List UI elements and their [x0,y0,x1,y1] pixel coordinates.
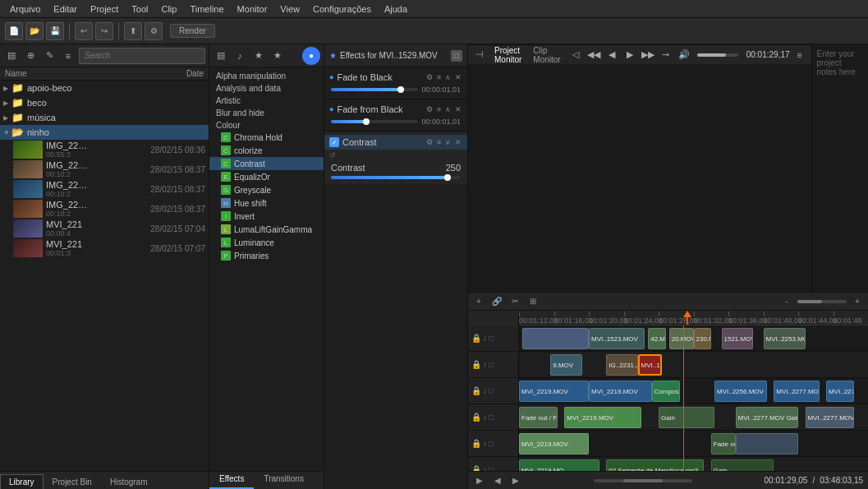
folder-ninho[interactable]: ▼ 📂 ninho [0,125,209,140]
tab-library[interactable]: Library [0,474,44,489]
effect-settings-btn[interactable]: ⚙ [425,104,434,114]
clip[interactable]: 9.MOV [550,354,581,376]
visible-icon[interactable]: □ [489,413,494,422]
undo-button[interactable]: ↩ [75,22,93,40]
menu-view[interactable]: View [273,2,306,16]
tab-transitions[interactable]: Transitions [254,472,314,489]
effect-chroma-hold[interactable]: C Chroma Hold [209,131,324,144]
contrast-enabled[interactable]: ✓ [329,137,339,147]
tab-clip-monitor[interactable]: Clip Monitor [528,44,565,66]
tl-group[interactable]: ⊞ [526,294,540,309]
clip[interactable]: MVI_2219.MOV [519,381,589,402]
fade-from-black-header[interactable]: ● Fade from Black ⚙ ≡ ∧ ✕ [324,103,467,116]
file-img3[interactable]: IMG_22… 00:10:2 28/02/15 08:37 [10,179,209,199]
category-colour[interactable]: Colour [209,118,324,131]
menu-configuracoes[interactable]: Configurações [306,2,378,16]
clip[interactable]: MVI..2253.MOV [764,328,806,349]
clip[interactable]: 20.MOV [669,328,694,349]
clip[interactable]: IG..2231.JPG [606,354,637,376]
tab-effects[interactable]: Effects [209,472,254,489]
pc-back[interactable]: ◀ [604,47,620,63]
lock-icon[interactable]: 🔒 [471,413,481,422]
contrast-header[interactable]: ✓ Contrast ⚙ ≡ ∨ ✕ [324,135,467,150]
effect-expand-btn[interactable]: ∧ [444,72,452,82]
visible-icon[interactable]: □ [489,360,494,369]
tl-zoom-out[interactable]: - [779,294,794,309]
menu-project[interactable]: Project [84,2,125,16]
audio-icon[interactable]: ♪ [483,439,487,448]
pc-zoom-out[interactable]: ◁ [567,47,584,63]
tab-histogram[interactable]: Histogram [101,474,157,489]
clip[interactable]: MVI..1523.MOV [589,328,645,349]
contrast-slider-handle[interactable] [444,174,451,181]
tl-zoom-in[interactable]: + [850,294,865,309]
contrast-settings-btn[interactable]: ⚙ [425,137,434,147]
audio-icon[interactable]: ♪ [483,360,487,369]
status-back-btn[interactable]: ◀ [491,475,504,486]
file-img2[interactable]: IMG_22… 00:10:2 28/02/15 08:37 [10,159,209,179]
tab-project-monitor[interactable]: Project Monitor [489,44,526,66]
clip[interactable]: MVI..2277.MOV [774,381,819,402]
tl-zoom-slider[interactable] [797,300,847,303]
folder-musica[interactable]: ▶ 📁 música [0,110,209,125]
save-button[interactable]: 💾 [46,22,64,40]
effect-menu-btn[interactable]: ≡ [436,104,442,114]
clip[interactable]: MVI..2277.MOV [806,407,855,428]
effect-slider[interactable] [331,120,418,123]
search-input[interactable] [79,48,205,64]
visible-icon[interactable]: □ [489,439,494,448]
pc-volume[interactable]: 🔊 [676,47,692,63]
clip[interactable]: 42.MOV [648,328,665,349]
contrast-menu-btn[interactable]: ≡ [436,137,442,147]
clip[interactable]: Gain [659,407,714,428]
folder-apoio-beco[interactable]: ▶ 📁 apoio-beco [0,81,209,95]
clip[interactable]: Fade out [711,433,736,454]
track-row-3[interactable]: Fade out / Fade in MVI_2219.MOV Gain MVI… [519,404,868,431]
visible-icon[interactable]: □ [489,386,494,395]
clip[interactable]: 230.MOV [694,328,711,349]
effect-greyscale[interactable]: G Greyscale [209,183,324,196]
effects-audio-btn[interactable]: ♪ [232,48,248,64]
clip[interactable]: 02 Semente de Mandioca.mp3 [606,459,704,471]
clip[interactable]: MVI_2219.MOV [519,433,589,454]
effect-colorize[interactable]: C colorize [209,144,324,157]
clip[interactable]: MVI_2219.MOV [564,407,641,428]
file-img1[interactable]: IMG_22… 00:55:3 28/02/15 08:36 [10,140,209,159]
track-row-1[interactable]: 9.MOV IG..2231.JPG MVI..1529.MOV [519,352,868,378]
playhead-arrow[interactable] [683,311,691,325]
effects-filter-btn[interactable]: ★ [250,48,267,64]
capture-button[interactable]: ⬆ [124,22,142,40]
effect-primaries[interactable]: P Primaries [209,249,324,262]
contrast-close-btn[interactable]: ✕ [454,137,462,147]
pc-forward-frame[interactable]: ⊸ [658,47,674,63]
audio-icon[interactable]: ♪ [483,334,487,343]
category-artistic[interactable]: Artistic [209,94,324,106]
link-button[interactable]: ✎ [41,48,57,64]
clip[interactable]: MVI_2219.MO… [519,459,599,471]
effect-close-btn[interactable]: ✕ [454,72,462,82]
pc-back-frame[interactable]: ◀◀ [586,47,602,63]
clip[interactable]: Fade out / Fade in [519,407,558,428]
lock-icon[interactable]: 🔒 [471,439,481,448]
clip[interactable]: MVI..2277.MOV [826,381,854,402]
clip[interactable] [736,433,799,454]
settings-button[interactable]: ⚙ [145,22,163,40]
effect-contrast[interactable]: C Contrast [209,157,324,170]
menu-monitor[interactable]: Monitor [231,2,274,16]
new-button[interactable]: 📄 [5,22,23,40]
track-row-0[interactable]: MVI..1523.MOV 42.MOV 20.MOV 230.MOV 1521… [519,325,868,352]
lock-icon[interactable]: 🔒 [471,334,481,343]
effect-slider[interactable] [331,88,418,91]
effect-equalizor[interactable]: E EqualizOr [209,170,324,183]
effect-lumalift[interactable]: L LumaLiftGainGamma [209,223,324,236]
pc-volume-slider[interactable] [697,53,738,57]
add-button[interactable]: ⊕ [22,48,39,64]
effect-close-btn[interactable]: ✕ [454,104,462,114]
track-row-4[interactable]: MVI_2219.MOV Fade out [519,431,868,457]
redo-button[interactable]: ↪ [95,22,113,40]
file-img4[interactable]: IMG_22… 00:10:2 28/02/15 08:37 [10,199,209,219]
file-mvi2[interactable]: MVI_221 00:01:3 28/02/15 07:07 [10,238,209,258]
pc-menu[interactable]: ≡ [792,47,808,63]
pc-monitor-in[interactable]: ⊣ [471,47,488,63]
notes-area[interactable]: Enter your project notes here [811,44,868,292]
